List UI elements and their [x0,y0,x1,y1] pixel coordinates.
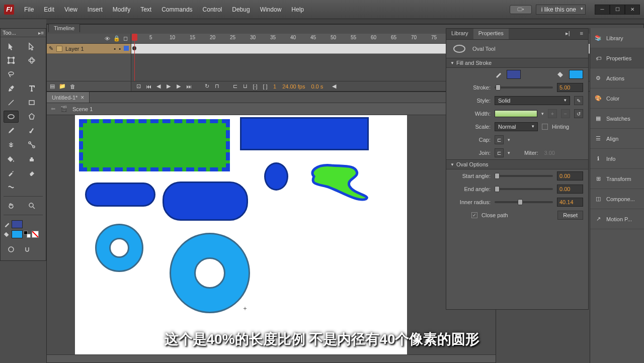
deco-tool[interactable] [4,139,19,151]
panel-collapse-icon[interactable]: ▸| [560,29,575,39]
menu-edit[interactable]: Edit [39,6,59,13]
ink-bottle-tool[interactable] [24,153,39,165]
start-angle-input[interactable] [557,171,583,180]
layer-row[interactable]: ✎ Layer 1 • • [47,44,131,54]
loop-button[interactable]: ↻ [203,83,211,90]
selection-tool[interactable] [4,40,19,52]
subselection-tool[interactable] [24,40,39,52]
step-forward-button[interactable]: ▶ [175,83,183,90]
horizontal-scrollbar[interactable] [47,354,496,362]
panel-menu-icon[interactable]: ≡ [575,29,588,39]
brush-tool[interactable] [24,125,39,137]
bone-tool[interactable] [24,139,39,151]
eraser-tool[interactable] [24,167,39,179]
goto-last-button[interactable]: ⏭ [185,83,193,90]
zoom-tool[interactable] [24,200,39,212]
menu-commands[interactable]: Commands [156,6,197,13]
edit-multiple-button[interactable]: ⊔ [241,83,249,90]
join-dropdown-icon[interactable]: ▾ [508,150,510,155]
tab-properties[interactable]: Properties [473,29,509,39]
side-align[interactable]: ☰Align [590,129,644,149]
side-info[interactable]: ℹInfo [590,149,644,169]
shape-rounded-rect-2[interactable] [163,182,248,221]
inner-radius-input[interactable] [557,198,583,207]
onion-range-button[interactable]: [ ] [261,83,269,90]
pencil-tool[interactable] [4,125,19,137]
paint-bucket-tool[interactable] [4,153,19,165]
scale-select[interactable]: Normal [495,122,538,131]
polystar-tool[interactable] [24,111,39,123]
close-button[interactable]: ✕ [625,5,640,15]
stage[interactable]: ＋ [75,115,407,354]
cap-dropdown-icon[interactable]: ▾ [508,137,510,142]
side-transform[interactable]: ⊞Transform [590,169,644,189]
reset-width-button[interactable]: ↺ [574,109,583,118]
close-tab-icon[interactable]: × [80,94,84,101]
lock-header-icon[interactable]: 🔒 [113,35,120,42]
layer-lock-dot[interactable]: • [119,46,121,52]
add-width-button[interactable]: + [548,109,557,118]
style-select[interactable]: Solid [495,96,570,105]
stroke-color-picker[interactable] [507,70,521,79]
play-button[interactable]: ▶ [165,83,173,90]
shape-freeform-blob[interactable] [306,161,372,203]
oval-tool[interactable] [4,111,19,123]
side-library[interactable]: 📚Library [590,28,644,48]
join-select[interactable]: ⊏ [495,148,504,157]
onion-outline-button[interactable]: ⊏ [231,83,239,90]
layer-visible-dot[interactable]: • [114,46,116,52]
scene-name[interactable]: Scene 1 [72,106,93,112]
free-transform-tool[interactable] [4,54,19,66]
menu-modify[interactable]: Modify [108,6,135,13]
cap-select[interactable]: ⊏ [495,135,504,144]
menu-help[interactable]: Help [286,6,309,13]
document-tab[interactable]: Untitled-1* × [47,92,90,103]
timeline-tab[interactable]: Timeline [48,24,80,32]
snap-toggle[interactable] [20,243,35,255]
stroke-value-input[interactable] [557,83,583,92]
stroke-slider[interactable] [495,86,553,88]
edit-stroke-style-button[interactable]: ✎ [574,96,583,105]
modify-markers-button[interactable]: [·] [251,83,259,90]
timeline-scroll-left[interactable]: ◀ [330,83,338,90]
pen-tool[interactable] [4,82,19,95]
section-fill-stroke[interactable]: Fill and Stroke [446,58,588,68]
visibility-header-icon[interactable]: 👁 [105,36,110,42]
menu-text[interactable]: Text [135,6,156,13]
shape-rounded-rect-1[interactable] [85,183,155,207]
menu-window[interactable]: Window [255,6,287,13]
outline-header-icon[interactable]: ◻ [123,35,128,42]
start-angle-slider[interactable] [495,175,553,177]
side-color[interactable]: 🎨Color [590,88,644,109]
new-folder-button[interactable]: 📁 [59,83,66,89]
menu-debug[interactable]: Debug [227,6,255,13]
menu-file[interactable]: File [19,6,39,13]
width-dropdown-icon[interactable]: ▾ [541,111,544,116]
shape-donut-large[interactable] [170,233,250,313]
side-swatches[interactable]: ▦Swatches [590,109,644,129]
width-tool[interactable] [4,181,19,193]
side-components[interactable]: ◫Compone... [590,189,644,209]
shape-blue-rectangle[interactable] [240,117,369,150]
hinting-checkbox[interactable] [542,124,548,130]
delete-layer-button[interactable]: 🗑 [70,83,75,89]
step-back-button[interactable]: ◀ [154,83,163,90]
tab-library[interactable]: Library [446,29,473,39]
layer-name[interactable]: Layer 1 [65,46,84,52]
miter-value[interactable]: 3.00 [544,150,555,156]
menu-control[interactable]: Control [198,6,227,13]
no-color-icon[interactable] [32,231,39,238]
close-path-checkbox[interactable]: ✓ [471,212,477,218]
text-tool[interactable] [24,82,39,95]
eyedropper-tool[interactable] [4,167,19,179]
new-layer-button[interactable]: ▤ [50,83,55,89]
fps-display[interactable]: 24.00 [282,83,296,89]
black-white-swap-icon[interactable] [24,231,31,238]
goto-first-button[interactable]: ⏮ [144,83,152,90]
shape-donut-small[interactable] [95,224,143,272]
reset-button[interactable]: Reset [557,211,583,220]
object-drawing-toggle[interactable] [4,243,19,255]
end-angle-input[interactable] [557,185,583,194]
side-actions[interactable]: ⚙Actions [590,68,644,88]
menu-view[interactable]: View [59,6,83,13]
